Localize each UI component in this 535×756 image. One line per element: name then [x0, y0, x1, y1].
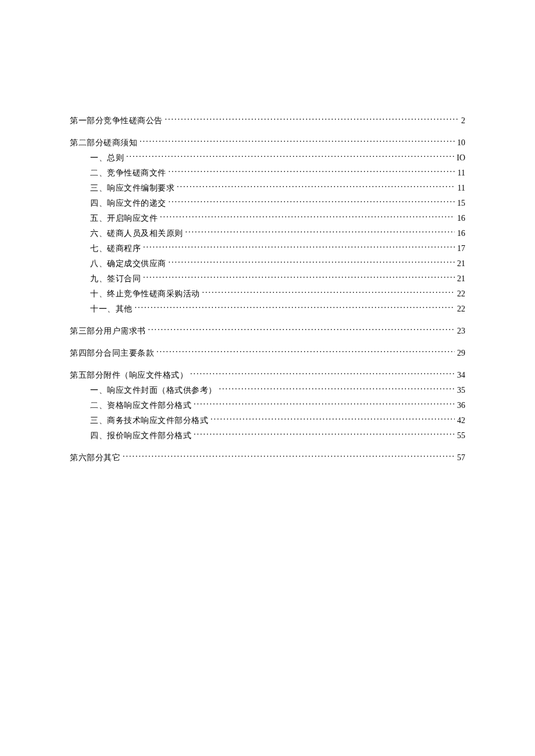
toc-page-number: 42: [457, 413, 465, 428]
toc-page-number: 11: [458, 166, 465, 180]
toc-leader-dots: [169, 198, 455, 206]
toc-label: 第二部分磋商须知: [70, 135, 137, 150]
toc-section: 第二部分磋商须知10一、总则IO二、竞争性磋商文件11三、响应文件编制要求11四…: [70, 135, 465, 317]
table-of-contents: 第一部分竞争性磋商公告2第二部分磋商须知10一、总则IO二、竞争性磋商文件11三…: [70, 113, 465, 465]
toc-leader-dots: [211, 415, 455, 423]
toc-page-number: 16: [457, 211, 465, 225]
toc-entry-level2: 二、竞争性磋商文件11: [70, 166, 465, 181]
toc-label: 四、响应文件的递交: [90, 196, 166, 210]
toc-label: 第五部分附件（响应文件格式）: [70, 368, 188, 382]
toc-label: 十一、其他: [90, 302, 133, 316]
toc-section: 第一部分竞争性磋商公告2: [70, 113, 465, 128]
toc-page-number: 22: [457, 302, 465, 316]
toc-page-number: 22: [457, 286, 465, 301]
toc-label: 二、资格响应文件部分格式: [90, 398, 191, 413]
toc-leader-dots: [177, 182, 455, 191]
toc-label: 六、磋商人员及相关原则: [90, 226, 183, 241]
toc-entry-level1: 第一部分竞争性磋商公告2: [70, 113, 465, 128]
toc-page-number: 10: [457, 135, 465, 150]
toc-label: 四、报价响应文件部分格式: [90, 428, 191, 443]
toc-entry-level1: 第六部分其它57: [70, 450, 465, 465]
toc-entry-level2: 四、报价响应文件部分格式55: [70, 428, 465, 443]
toc-leader-dots: [219, 385, 455, 393]
toc-leader-dots: [194, 400, 455, 408]
toc-entry-level2: 五、开启响应文件16: [70, 211, 465, 226]
toc-leader-dots: [160, 213, 455, 221]
toc-leader-dots: [126, 152, 454, 160]
toc-leader-dots: [169, 258, 455, 266]
toc-entry-level2: 一、总则IO: [70, 151, 465, 166]
toc-leader-dots: [186, 228, 455, 236]
toc-entry-level2: 七、磋商程序17: [70, 241, 465, 256]
toc-label: 一、总则: [90, 151, 124, 165]
toc-label: 五、开启响应文件: [90, 211, 158, 225]
toc-page-number: 11: [458, 181, 465, 195]
toc-entry-level2: 十一、其他22: [70, 302, 465, 317]
toc-leader-dots: [123, 452, 455, 460]
toc-leader-dots: [148, 325, 455, 334]
toc-leader-dots: [202, 288, 455, 296]
toc-leader-dots: [143, 273, 455, 281]
toc-page-number: 35: [457, 383, 465, 397]
toc-page-number: 36: [457, 398, 465, 413]
toc-label: 八、确定成交供应商: [90, 256, 166, 271]
toc-entry-level1: 第三部分用户需求书23: [70, 324, 465, 339]
toc-label: 二、竞争性磋商文件: [90, 166, 166, 180]
toc-label: 三、商务技术响应文件部分格式: [90, 413, 208, 428]
toc-page-number: 15: [457, 196, 465, 210]
toc-entry-level2: 六、磋商人员及相关原则16: [70, 226, 465, 241]
toc-label: 三、响应文件编制要求: [90, 181, 174, 195]
toc-page-number: 16: [457, 226, 465, 241]
toc-page-number: 34: [457, 368, 465, 382]
toc-section: 第五部分附件（响应文件格式）34一、响应文件封面（格式供参考）35二、资格响应文…: [70, 368, 465, 443]
toc-entry-level2: 一、响应文件封面（格式供参考）35: [70, 383, 465, 398]
toc-label: 一、响应文件封面（格式供参考）: [90, 383, 217, 397]
toc-section: 第三部分用户需求书23: [70, 324, 465, 339]
toc-entry-level2: 八、确定成交供应商21: [70, 256, 465, 271]
toc-page-number: 23: [457, 324, 465, 338]
toc-entry-level1: 第五部分附件（响应文件格式）34: [70, 368, 465, 383]
toc-entry-level2: 三、商务技术响应文件部分格式42: [70, 413, 465, 428]
toc-page-number: 21: [457, 271, 465, 286]
toc-leader-dots: [156, 347, 455, 356]
toc-entry-level1: 第四部分合同主要条款29: [70, 346, 465, 361]
toc-page-number: 17: [457, 241, 465, 256]
toc-entry-level2: 三、响应文件编制要求11: [70, 181, 465, 196]
toc-leader-dots: [143, 243, 455, 251]
toc-entry-level2: 十、终止竞争性磋商采购活动22: [70, 286, 465, 302]
toc-page-number: IO: [456, 151, 465, 165]
toc-label: 第三部分用户需求书: [70, 324, 146, 338]
toc-leader-dots: [190, 370, 455, 378]
toc-leader-dots: [140, 137, 455, 145]
toc-page-number: 57: [457, 450, 465, 465]
toc-page-number: 2: [461, 113, 465, 128]
toc-page-number: 29: [457, 346, 465, 360]
toc-section: 第四部分合同主要条款29: [70, 346, 465, 361]
toc-entry-level2: 四、响应文件的递交15: [70, 196, 465, 211]
toc-leader-dots: [194, 430, 455, 438]
toc-entry-level2: 九、签订合同21: [70, 271, 465, 286]
toc-label: 第六部分其它: [70, 450, 120, 465]
toc-entry-level2: 二、资格响应文件部分格式36: [70, 398, 465, 413]
toc-leader-dots: [165, 115, 459, 123]
toc-label: 第四部分合同主要条款: [70, 346, 154, 360]
toc-label: 十、终止竞争性磋商采购活动: [90, 286, 200, 301]
toc-entry-level1: 第二部分磋商须知10: [70, 135, 465, 151]
toc-section: 第六部分其它57: [70, 450, 465, 465]
toc-leader-dots: [135, 303, 455, 311]
toc-page-number: 21: [457, 256, 465, 271]
toc-label: 第一部分竞争性磋商公告: [70, 113, 163, 128]
toc-leader-dots: [169, 167, 455, 175]
toc-label: 七、磋商程序: [90, 241, 141, 256]
toc-page-number: 55: [457, 428, 465, 443]
toc-label: 九、签订合同: [90, 271, 141, 286]
